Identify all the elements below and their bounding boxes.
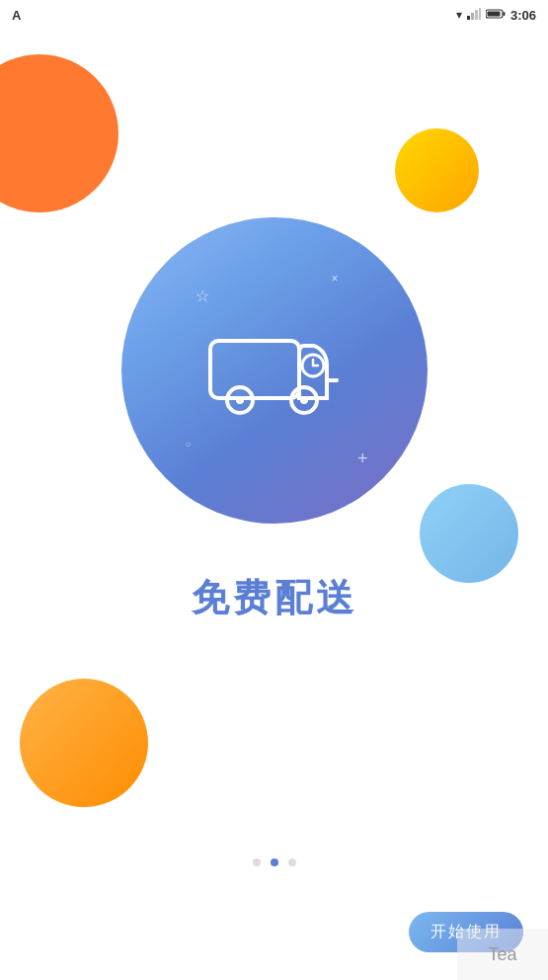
tea-label: Tea xyxy=(457,929,548,980)
dot-3[interactable] xyxy=(288,858,296,866)
main-illustration-circle: ☆ × ○ + xyxy=(121,217,428,524)
yellow-circle-top xyxy=(395,128,479,212)
wifi-icon: ▾ xyxy=(456,8,462,22)
battery-icon xyxy=(486,8,506,23)
pagination-dots xyxy=(253,858,296,866)
svg-rect-5 xyxy=(503,12,505,16)
status-bar: A ▾ 3:06 xyxy=(0,0,548,30)
status-icons: ▾ 3:06 xyxy=(456,8,536,23)
svg-point-15 xyxy=(300,396,308,404)
time-display: 3:06 xyxy=(510,8,536,23)
svg-rect-7 xyxy=(210,341,299,398)
svg-rect-0 xyxy=(467,16,470,20)
svg-rect-3 xyxy=(479,8,481,20)
orange-circle-bottom xyxy=(20,679,148,807)
svg-rect-1 xyxy=(471,13,474,20)
blue-circle-right xyxy=(420,484,518,583)
app-icon: A xyxy=(12,8,21,23)
truck-icon xyxy=(191,311,358,430)
svg-rect-6 xyxy=(487,11,500,16)
main-heading: 免费配送 xyxy=(192,573,357,623)
dot-2[interactable] xyxy=(271,858,278,866)
truck-illustration xyxy=(121,217,428,524)
signal-icon xyxy=(467,8,481,23)
svg-point-13 xyxy=(236,396,244,404)
dot-1[interactable] xyxy=(253,858,261,866)
orange-circle-top xyxy=(0,54,118,212)
svg-rect-2 xyxy=(475,10,478,20)
